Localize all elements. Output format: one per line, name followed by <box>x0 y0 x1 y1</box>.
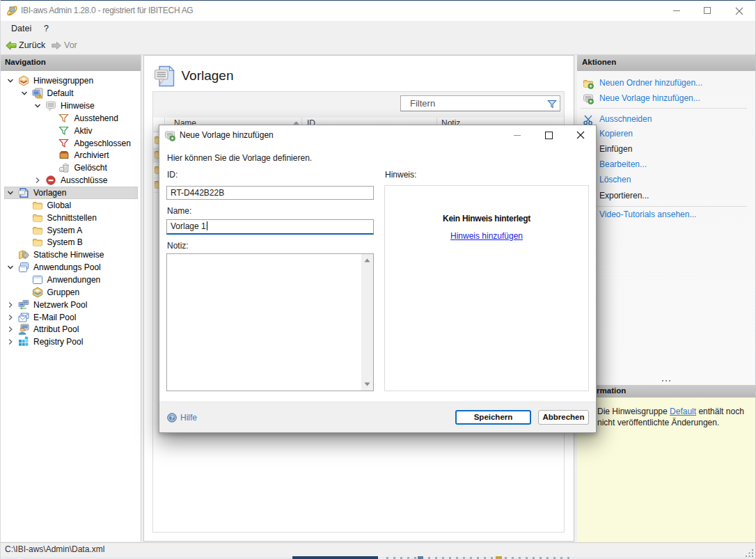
svg-text:?: ? <box>170 414 173 421</box>
